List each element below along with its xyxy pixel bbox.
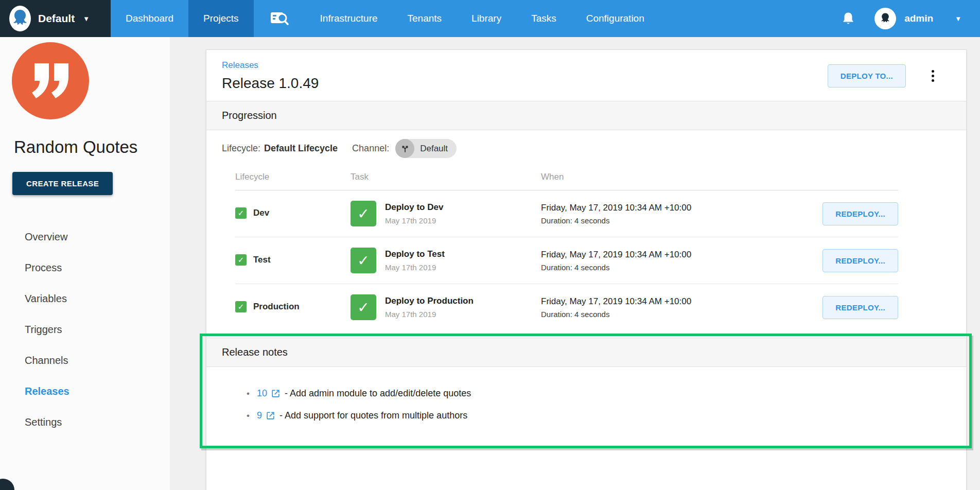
lifecycle-value: Default Lifecycle [264,143,338,154]
release-header: Releases Release 1.0.49 DEPLOY TO... [206,50,966,101]
environment-name: Production [253,302,300,312]
redeploy-button[interactable]: REDEPLOY... [822,296,898,319]
tab-projects[interactable]: Projects [188,0,254,37]
release-notes-list: • 10 - Add admin module to add/edit/dele… [206,367,966,448]
project-title: Random Quotes [14,137,137,157]
task-success-check-icon: ✓ [351,248,376,273]
tab-configuration[interactable]: Configuration [571,0,659,37]
sidebar-item-settings[interactable]: Settings [0,407,170,437]
nav-right-controls: admin ▼ [842,0,980,37]
project-nav: Overview Process Variables Triggers Chan… [0,221,170,437]
sidebar-item-process[interactable]: Process [0,252,170,283]
tab-tenants[interactable]: Tenants [393,0,457,37]
table-row-test: ✓ Test ✓ Deploy to Test May 17th 2019 Fr… [235,237,898,284]
tab-tasks[interactable]: Tasks [516,0,571,37]
environment-name: Dev [253,208,269,218]
overflow-menu-icon[interactable] [930,68,936,84]
tab-infrastructure[interactable]: Infrastructure [305,0,393,37]
deploy-duration: Duration: 4 seconds [541,263,812,272]
user-avatar[interactable] [874,8,896,29]
page-title: Release 1.0.49 [222,75,319,92]
user-menu-chevron-icon[interactable]: ▼ [955,15,961,23]
progression-table: Lifecycle Task When ✓ Dev ✓ Deploy to De… [235,167,898,330]
progression-section-header: Progression [206,101,966,130]
redeploy-button[interactable]: REDEPLOY... [822,202,898,225]
project-logo [12,42,89,119]
task-success-check-icon: ✓ [351,201,376,226]
column-header-lifecycle: Lifecycle [235,172,351,182]
branch-icon [395,139,414,158]
octopus-logo-icon [8,5,32,32]
create-release-button[interactable]: CREATE RELEASE [12,172,113,195]
column-header-when: When [541,172,812,182]
deploy-timestamp: Friday, May 17, 2019 10:34 AM +10:00 [541,250,812,260]
nav-tabs: Dashboard Projects Infrastructure Tenant… [111,0,842,37]
release-card: Releases Release 1.0.49 DEPLOY TO... Pro… [206,49,967,490]
sidebar-item-overview[interactable]: Overview [0,221,170,252]
task-name[interactable]: Deploy to Test [385,249,445,259]
channel-label: Channel: [352,143,389,154]
channel-chip-label: Default [420,144,448,154]
deploy-timestamp: Friday, May 17, 2019 10:34 AM +10:00 [541,296,812,307]
lifecycle-label: Lifecycle: [222,143,260,154]
issue-link[interactable]: 9 [257,410,262,421]
quotes-icon [29,63,72,98]
breadcrumb[interactable]: Releases [222,60,319,71]
notifications-bell-icon[interactable] [842,11,855,26]
list-item: • 10 - Add admin module to add/edit/dele… [247,382,951,405]
task-name[interactable]: Deploy to Dev [385,202,443,213]
tab-dashboard[interactable]: Dashboard [111,0,188,37]
deploy-timestamp: Friday, May 17, 2019 10:34 AM +10:00 [541,203,812,213]
deploy-duration: Duration: 4 seconds [541,216,812,225]
sidebar-item-releases[interactable]: Releases [0,376,170,407]
release-notes-section: Release notes • 10 - Add admin module to… [206,338,966,448]
environment-name: Test [253,255,271,265]
release-note-text: - Add admin module to add/edit/delete qu… [285,388,471,399]
tab-library[interactable]: Library [457,0,516,37]
list-item: • 9 - Add support for quotes from multip… [247,405,951,427]
table-row-dev: ✓ Dev ✓ Deploy to Dev May 17th 2019 Frid… [235,190,898,237]
deploy-to-button[interactable]: DEPLOY TO... [828,64,906,87]
username-label[interactable]: admin [904,13,933,24]
column-header-task: Task [351,172,541,182]
external-link-icon[interactable] [266,411,275,421]
sidebar-item-variables[interactable]: Variables [0,283,170,314]
checkbox-checked-icon[interactable]: ✓ [235,207,247,219]
project-sidebar: Random Quotes CREATE RELEASE Overview Pr… [0,37,170,490]
external-link-icon[interactable] [271,389,281,398]
help-octopus-peek[interactable] [0,479,14,490]
redeploy-button[interactable]: REDEPLOY... [822,249,898,272]
sidebar-item-channels[interactable]: Channels [0,345,170,376]
bullet-icon: • [247,411,250,421]
sidebar-item-triggers[interactable]: Triggers [0,314,170,345]
space-switcher[interactable]: Default ▼ [0,0,111,37]
project-search-button[interactable] [254,0,305,37]
release-note-text: - Add support for quotes from multiple a… [279,410,467,421]
task-success-check-icon: ✓ [351,294,376,320]
task-name[interactable]: Deploy to Production [385,296,474,306]
lifecycle-channel-row: Lifecycle: Default Lifecycle Channel: De… [206,130,966,165]
channel-chip[interactable]: Default [395,139,457,158]
bullet-icon: • [247,389,250,399]
issue-link[interactable]: 10 [257,388,267,399]
checkbox-checked-icon[interactable]: ✓ [235,301,247,312]
chevron-down-icon: ▼ [83,15,90,23]
main-content-area: Releases Release 1.0.49 DEPLOY TO... Pro… [170,37,980,490]
table-header-row: Lifecycle Task When [235,167,898,190]
space-name: Default [38,12,75,25]
checkbox-checked-icon[interactable]: ✓ [235,254,247,266]
top-navigation-bar: Default ▼ Dashboard Projects Infrastruct… [0,0,980,37]
deploy-duration: Duration: 4 seconds [541,310,812,319]
task-date: May 17th 2019 [385,216,443,225]
release-notes-section-header: Release notes [206,338,966,367]
task-date: May 17th 2019 [385,310,474,319]
project-search-icon [270,10,289,27]
table-row-production: ✓ Production ✓ Deploy to Production May … [235,284,898,330]
task-date: May 17th 2019 [385,263,445,272]
